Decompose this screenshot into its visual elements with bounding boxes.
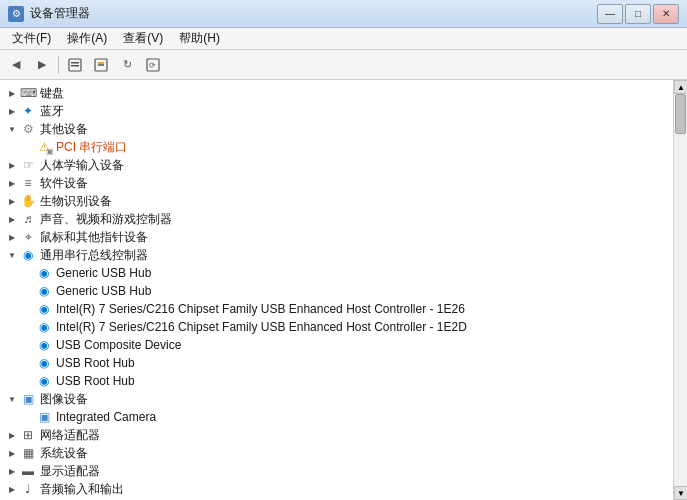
svg-rect-2 (71, 65, 79, 67)
tree-item-bluetooth[interactable]: ▶✦蓝牙 (0, 102, 673, 120)
tree-label-bluetooth: 蓝牙 (40, 103, 64, 120)
toolbar-sep-1 (58, 56, 59, 74)
system-icon: ▦ (20, 445, 36, 461)
expand-btn-human-input[interactable]: ▶ (4, 157, 20, 173)
menu-bar: 文件(F) 操作(A) 查看(V) 帮助(H) (0, 28, 687, 50)
tree-label-pci-serial: PCI 串行端口 (56, 139, 127, 156)
tree-label-usb-composite: USB Composite Device (56, 338, 181, 352)
tree-label-usb-root-hub-2: USB Root Hub (56, 374, 135, 388)
back-button[interactable]: ◀ (4, 54, 28, 76)
scroll-track[interactable] (674, 94, 687, 486)
scroll-thumb[interactable] (675, 94, 686, 134)
bluetooth-icon: ✦ (20, 103, 36, 119)
tree-label-intel-usb-1: Intel(R) 7 Series/C216 Chipset Family US… (56, 302, 465, 316)
sound-icon: ♬ (20, 211, 36, 227)
tree-item-mouse[interactable]: ▶⌖鼠标和其他指针设备 (0, 228, 673, 246)
tree-item-usb-controller[interactable]: ▼◉通用串行总线控制器 (0, 246, 673, 264)
tree-item-generic-hub-1[interactable]: ◉Generic USB Hub (0, 264, 673, 282)
title-bar: ⚙ 设备管理器 — □ ✕ (0, 0, 687, 28)
expand-btn-usb-root-hub-1 (20, 355, 36, 371)
usb-hub-icon: ◉ (36, 337, 52, 353)
keyboard-icon: ⌨ (20, 85, 36, 101)
tree-label-system: 系统设备 (40, 445, 88, 462)
expand-btn-software-devices[interactable]: ▶ (4, 175, 20, 191)
scroll-down-arrow[interactable]: ▼ (674, 486, 687, 500)
expand-btn-bluetooth[interactable]: ▶ (4, 103, 20, 119)
tree-label-human-input: 人体学输入设备 (40, 157, 124, 174)
device-tree[interactable]: ▶⌨键盘▶✦蓝牙▼⚙其他设备⚠▣PCI 串行端口▶☞人体学输入设备▶≡软件设备▶… (0, 80, 673, 500)
menu-help[interactable]: 帮助(H) (171, 28, 228, 49)
scrollbar[interactable]: ▲ ▼ (673, 80, 687, 500)
tree-item-generic-hub-2[interactable]: ◉Generic USB Hub (0, 282, 673, 300)
tree-item-human-input[interactable]: ▶☞人体学输入设备 (0, 156, 673, 174)
expand-btn-system[interactable]: ▶ (4, 445, 20, 461)
expand-btn-other-devices[interactable]: ▼ (4, 121, 20, 137)
tree-item-usb-composite[interactable]: ◉USB Composite Device (0, 336, 673, 354)
close-button[interactable]: ✕ (653, 4, 679, 24)
scroll-up-arrow[interactable]: ▲ (674, 80, 687, 94)
expand-btn-network[interactable]: ▶ (4, 427, 20, 443)
svg-text:⟳: ⟳ (149, 61, 156, 70)
menu-action[interactable]: 操作(A) (59, 28, 115, 49)
refresh-button[interactable]: ↻ (115, 54, 139, 76)
expand-btn-mouse[interactable]: ▶ (4, 229, 20, 245)
usb-ctrl-icon: ◉ (20, 247, 36, 263)
tree-item-software-devices[interactable]: ▶≡软件设备 (0, 174, 673, 192)
expand-btn-generic-hub-2 (20, 283, 36, 299)
tree-item-biometric[interactable]: ▶✋生物识别设备 (0, 192, 673, 210)
update-button[interactable] (89, 54, 113, 76)
tree-item-network[interactable]: ▶⊞网络适配器 (0, 426, 673, 444)
expand-btn-usb-controller[interactable]: ▼ (4, 247, 20, 263)
mouse-icon: ⌖ (20, 229, 36, 245)
tree-label-biometric: 生物识别设备 (40, 193, 112, 210)
audio-icon: ♩ (20, 481, 36, 497)
app-icon: ⚙ (8, 6, 24, 22)
content-area: ▶⌨键盘▶✦蓝牙▼⚙其他设备⚠▣PCI 串行端口▶☞人体学输入设备▶≡软件设备▶… (0, 80, 687, 500)
tree-item-sound[interactable]: ▶♬声音、视频和游戏控制器 (0, 210, 673, 228)
menu-view[interactable]: 查看(V) (115, 28, 171, 49)
tree-item-system[interactable]: ▶▦系统设备 (0, 444, 673, 462)
usb-hub-icon: ◉ (36, 265, 52, 281)
tree-item-usb-root-hub-2[interactable]: ◉USB Root Hub (0, 372, 673, 390)
expand-btn-pci-serial (20, 139, 36, 155)
software-icon: ≡ (20, 175, 36, 191)
minimize-button[interactable]: — (597, 4, 623, 24)
expand-btn-sound[interactable]: ▶ (4, 211, 20, 227)
usb-hub-icon: ◉ (36, 373, 52, 389)
tree-item-pci-serial[interactable]: ⚠▣PCI 串行端口 (0, 138, 673, 156)
title-bar-left: ⚙ 设备管理器 (8, 5, 90, 22)
expand-btn-intel-usb-1 (20, 301, 36, 317)
expand-btn-keyboard[interactable]: ▶ (4, 85, 20, 101)
tree-item-other-devices[interactable]: ▼⚙其他设备 (0, 120, 673, 138)
tree-label-usb-controller: 通用串行总线控制器 (40, 247, 148, 264)
tree-item-integrated-camera[interactable]: ▣Integrated Camera (0, 408, 673, 426)
properties-button[interactable] (63, 54, 87, 76)
tree-item-intel-usb-1[interactable]: ◉Intel(R) 7 Series/C216 Chipset Family U… (0, 300, 673, 318)
tree-label-audio-io: 音频输入和输出 (40, 481, 124, 498)
tree-item-keyboard[interactable]: ▶⌨键盘 (0, 84, 673, 102)
tree-item-audio-io[interactable]: ▶♩音频输入和输出 (0, 480, 673, 498)
forward-button[interactable]: ▶ (30, 54, 54, 76)
expand-btn-image-devices[interactable]: ▼ (4, 391, 20, 407)
tree-item-display[interactable]: ▶▬显示适配器 (0, 462, 673, 480)
expand-btn-display[interactable]: ▶ (4, 463, 20, 479)
tree-item-image-devices[interactable]: ▼▣图像设备 (0, 390, 673, 408)
usb-hub-icon: ◉ (36, 283, 52, 299)
tree-item-intel-usb-2[interactable]: ◉Intel(R) 7 Series/C216 Chipset Family U… (0, 318, 673, 336)
window-controls: — □ ✕ (597, 4, 679, 24)
other-icon: ⚙ (20, 121, 36, 137)
network-icon: ⊞ (20, 427, 36, 443)
expand-btn-biometric[interactable]: ▶ (4, 193, 20, 209)
tree-label-other-devices: 其他设备 (40, 121, 88, 138)
svg-rect-1 (71, 62, 79, 64)
expand-btn-audio-io[interactable]: ▶ (4, 481, 20, 497)
tree-label-intel-usb-2: Intel(R) 7 Series/C216 Chipset Family US… (56, 320, 467, 334)
toolbar: ◀ ▶ ↻ ⟳ (0, 50, 687, 80)
tree-label-image-devices: 图像设备 (40, 391, 88, 408)
tree-item-usb-root-hub-1[interactable]: ◉USB Root Hub (0, 354, 673, 372)
tree-label-integrated-camera: Integrated Camera (56, 410, 156, 424)
image-icon: ▣ (20, 391, 36, 407)
maximize-button[interactable]: □ (625, 4, 651, 24)
menu-file[interactable]: 文件(F) (4, 28, 59, 49)
scan-button[interactable]: ⟳ (141, 54, 165, 76)
